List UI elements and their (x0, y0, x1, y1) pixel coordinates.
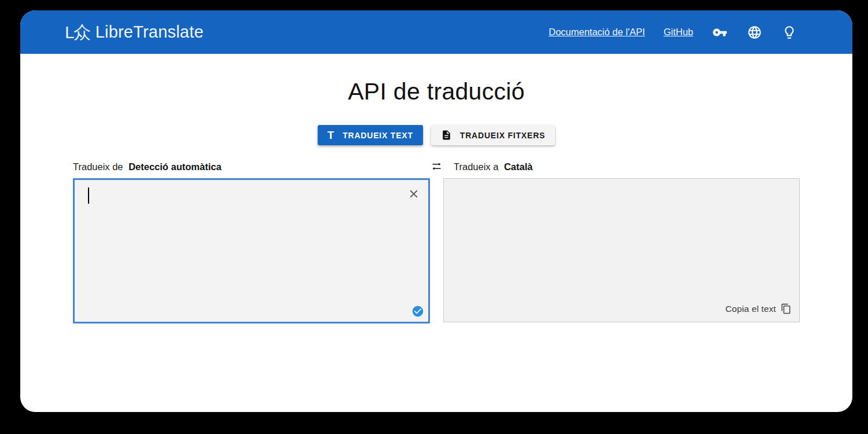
mode-tabs: T TRADUEIX TEXT TRADUEIX FITXERS (20, 125, 852, 145)
source-language-value: Detecció automàtica (128, 161, 221, 172)
tab-translate-text-label: TRADUEIX TEXT (343, 131, 413, 140)
header: L众 LibreTranslate Documentació de l'API … (20, 10, 852, 54)
source-language-selector[interactable]: Tradueix de Detecció automàtica (73, 161, 430, 172)
close-icon (407, 187, 420, 200)
swap-arrows-icon (431, 161, 443, 173)
target-language-value: Català (504, 161, 533, 172)
lightbulb-icon (782, 25, 797, 40)
document-icon (441, 130, 452, 141)
check-circle-icon (411, 305, 424, 318)
nav-link-api-docs[interactable]: Documentació de l'API (549, 27, 645, 38)
boxes-gap (430, 178, 443, 323)
brand[interactable]: L众 LibreTranslate (65, 23, 204, 42)
theme-toggle-button[interactable] (781, 24, 797, 41)
nav-link-github[interactable]: GitHub (664, 27, 693, 38)
language-labels-row: Tradueix de Detecció automàtica Tradueix… (73, 160, 800, 173)
libretranslate-logo-icon: L众 (65, 24, 90, 41)
swap-languages-button[interactable] (430, 161, 443, 173)
tab-translate-files[interactable]: TRADUEIX FITXERS (431, 125, 555, 145)
tab-translate-files-label: TRADUEIX FITXERS (460, 131, 545, 140)
target-language-selector[interactable]: Tradueix a Català (443, 161, 800, 172)
translation-boxes-row: Copia el text (73, 178, 800, 323)
target-text-box: Copia el text (443, 178, 800, 322)
app-window: L众 LibreTranslate Documentació de l'API … (20, 10, 852, 412)
page-title: API de traducció (20, 78, 852, 105)
target-label-prefix: Tradueix a (454, 161, 498, 172)
text-format-icon: T (328, 130, 334, 141)
brand-name: LibreTranslate (95, 23, 204, 42)
key-icon (712, 25, 727, 40)
globe-icon (747, 25, 762, 40)
target-text-output[interactable] (444, 179, 799, 322)
language-selector-button[interactable] (746, 24, 763, 41)
source-text-box (73, 178, 430, 323)
copy-text-button[interactable]: Copia el text (726, 303, 792, 314)
api-key-button[interactable] (712, 24, 728, 41)
translation-ready-badge (411, 305, 424, 318)
copy-text-label: Copia el text (726, 304, 776, 314)
tab-translate-text[interactable]: T TRADUEIX TEXT (318, 125, 423, 145)
translator: Tradueix de Detecció automàtica Tradueix… (73, 160, 800, 323)
header-nav: Documentació de l'API GitHub (549, 24, 797, 41)
copy-icon (781, 303, 792, 314)
clear-text-button[interactable] (407, 187, 420, 200)
source-text-input[interactable] (75, 180, 428, 322)
source-label-prefix: Tradueix de (73, 161, 123, 172)
